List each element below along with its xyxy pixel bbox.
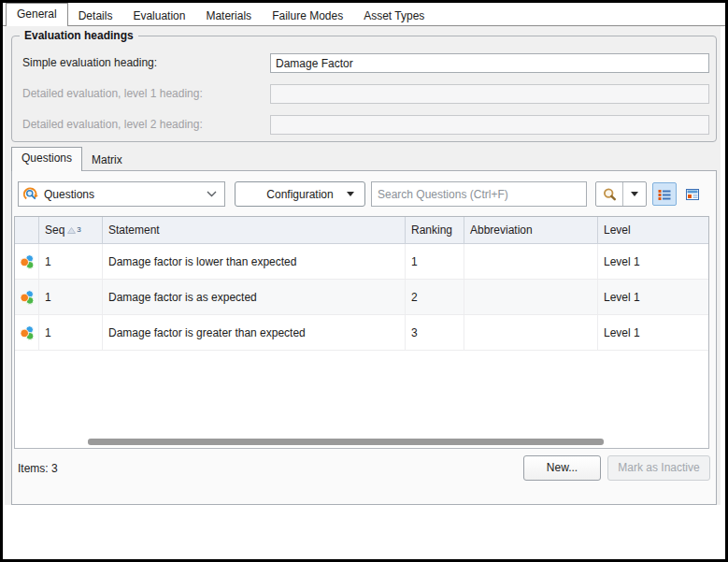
- search-input[interactable]: [371, 181, 587, 207]
- scope-selector-value: Questions: [44, 188, 94, 201]
- table-row[interactable]: 1 Damage factor is lower than expected 1…: [15, 244, 708, 280]
- sort-order-number: 3: [77, 226, 80, 234]
- magnifier-icon: [602, 187, 617, 202]
- column-header-icon[interactable]: [15, 217, 39, 243]
- tab-evaluation[interactable]: Evaluation: [122, 6, 195, 27]
- cell-seq: 1: [39, 315, 103, 350]
- configuration-button-label: Configuration: [266, 188, 333, 201]
- colored-spheres-icon: [15, 244, 39, 279]
- detailed-level1-heading-input: [270, 84, 709, 104]
- evaluation-headings-group: Evaluation headings Simple evaluation he…: [11, 36, 717, 142]
- search-button[interactable]: [596, 182, 623, 206]
- group-title: Evaluation headings: [20, 29, 138, 42]
- cell-statement: Damage factor is greater than expected: [103, 315, 406, 350]
- column-header-seq[interactable]: Seq 3: [39, 217, 103, 243]
- cell-statement: Damage factor is lower than expected: [103, 244, 406, 279]
- search-options-dropdown[interactable]: [623, 182, 646, 206]
- tab-details[interactable]: Details: [68, 6, 123, 27]
- list-view-icon: [658, 189, 671, 200]
- cell-level: Level 1: [598, 280, 708, 314]
- colored-spheres-icon: [15, 280, 39, 314]
- table-header-row: Seq 3 Statement Ranking Abbreviation: [15, 217, 708, 244]
- configuration-window: General Details Evaluation Materials Fai…: [0, 0, 728, 562]
- main-tabstrip: General Details Evaluation Materials Fai…: [6, 5, 435, 27]
- mark-as-inactive-button: Mark as Inactive: [607, 455, 710, 481]
- search-split-button: [595, 181, 647, 207]
- column-header-ranking[interactable]: Ranking: [406, 217, 464, 243]
- cell-level: Level 1: [598, 315, 708, 350]
- chevron-down-icon: [207, 191, 217, 197]
- tab-questions[interactable]: Questions: [11, 147, 82, 171]
- cell-abbreviation: [464, 244, 598, 279]
- cell-ranking: 1: [406, 244, 464, 279]
- dropdown-arrow-icon: [631, 192, 638, 196]
- colored-spheres-icon: [15, 315, 39, 350]
- simple-evaluation-heading-label: Simple evaluation heading:: [22, 56, 157, 69]
- column-header-abbreviation[interactable]: Abbreviation: [464, 217, 598, 243]
- scope-selector-combobox[interactable]: Questions: [18, 181, 225, 207]
- tab-matrix[interactable]: Matrix: [82, 150, 132, 171]
- items-count-label: Items: 3: [18, 462, 58, 475]
- table-row[interactable]: 1 Damage factor is as expected 2 Level 1: [15, 280, 708, 315]
- sort-ascending-icon: [67, 227, 76, 234]
- horizontal-scrollbar-thumb[interactable]: [88, 439, 604, 445]
- column-header-level[interactable]: Level: [598, 217, 708, 243]
- questions-table: Seq 3 Statement Ranking Abbreviation: [14, 216, 709, 449]
- tab-failure-modes[interactable]: Failure Modes: [262, 6, 353, 27]
- detailed-level2-heading-label: Detailed evaluation, level 2 heading:: [22, 118, 203, 131]
- cell-ranking: 3: [406, 315, 464, 350]
- configuration-button[interactable]: Configuration: [235, 181, 365, 207]
- detailed-level1-heading-label: Detailed evaluation, level 1 heading:: [22, 87, 203, 100]
- cell-abbreviation: [464, 280, 598, 314]
- general-tab-page: Evaluation headings Simple evaluation he…: [5, 26, 721, 505]
- dropdown-arrow-icon: [347, 192, 354, 196]
- tab-asset-types[interactable]: Asset Types: [353, 6, 435, 27]
- tab-general[interactable]: General: [6, 3, 68, 27]
- simple-evaluation-heading-input[interactable]: [270, 53, 709, 73]
- cell-level: Level 1: [598, 244, 708, 279]
- column-header-seq-label: Seq: [45, 223, 64, 237]
- find-swirl-icon: [23, 187, 38, 202]
- card-view-icon: [686, 189, 699, 200]
- questions-tabstrip: Questions Matrix: [11, 147, 132, 171]
- questions-tab-page: Questions Configuration: [11, 170, 717, 505]
- tab-materials[interactable]: Materials: [195, 6, 262, 27]
- cell-seq: 1: [39, 280, 103, 314]
- list-view-button[interactable]: [652, 182, 677, 206]
- card-view-button[interactable]: [680, 182, 705, 206]
- table-row[interactable]: 1 Damage factor is greater than expected…: [15, 315, 708, 351]
- cell-ranking: 2: [406, 280, 464, 314]
- new-button[interactable]: New...: [523, 455, 601, 481]
- cell-seq: 1: [39, 244, 103, 279]
- cell-abbreviation: [464, 315, 598, 350]
- cell-statement: Damage factor is as expected: [103, 280, 406, 314]
- detailed-level2-heading-input: [270, 115, 709, 135]
- column-header-statement[interactable]: Statement: [103, 217, 406, 243]
